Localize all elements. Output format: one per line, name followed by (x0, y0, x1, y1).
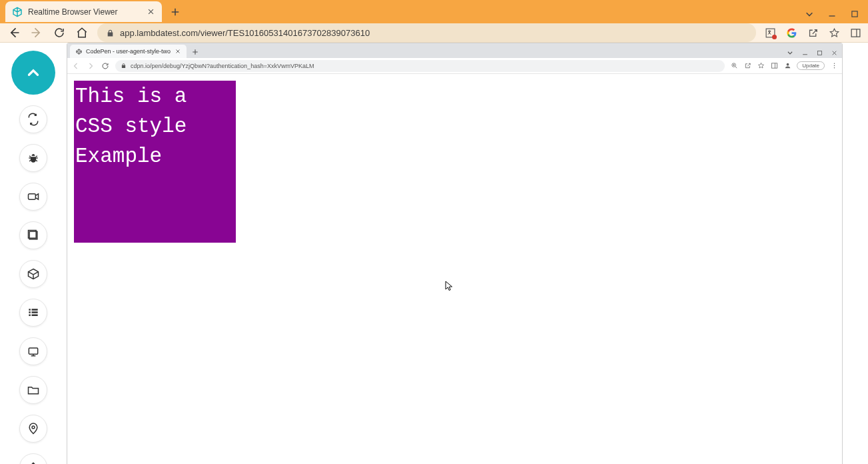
inner-back-button[interactable] (71, 61, 81, 71)
lambdatest-sidebar (0, 43, 67, 464)
location-button[interactable] (19, 415, 47, 443)
svg-rect-0 (852, 11, 857, 17)
update-button[interactable]: Update (797, 61, 825, 70)
inner-window-controls (786, 49, 842, 58)
home-button[interactable] (75, 25, 89, 40)
share-icon[interactable] (743, 62, 751, 70)
back-button[interactable] (7, 25, 21, 40)
svg-rect-6 (29, 348, 37, 354)
screenshot-button[interactable] (19, 221, 47, 249)
reload-button[interactable] (52, 25, 67, 40)
svg-rect-2 (851, 29, 860, 36)
record-button[interactable] (19, 183, 47, 211)
outer-toolbar-right (764, 27, 861, 39)
svg-rect-1 (766, 29, 775, 37)
svg-rect-3 (29, 194, 36, 199)
chevron-down-icon[interactable] (786, 49, 794, 57)
star-icon[interactable] (828, 27, 840, 39)
inner-browser-window: CodePen - user-agent-style-two (67, 43, 843, 464)
svg-rect-11 (771, 63, 777, 68)
translate-icon[interactable] (764, 27, 776, 39)
inner-tab-title: CodePen - user-agent-style-two (86, 48, 171, 55)
close-icon[interactable] (146, 7, 155, 17)
close-icon[interactable] (175, 48, 181, 55)
layout-button[interactable] (19, 299, 47, 327)
network-button[interactable] (19, 337, 47, 365)
inner-area: CodePen - user-agent-style-two (67, 43, 868, 464)
outer-url-text: app.lambdatest.com/viewer/TES10160531401… (120, 28, 370, 38)
outer-address-bar[interactable]: app.lambdatest.com/viewer/TES10160531401… (97, 23, 756, 42)
inner-address-bar[interactable]: cdpn.io/pen/debug/YzjQbwN?authentication… (115, 60, 725, 72)
css-example-box: This is a CSS style Example (74, 81, 236, 243)
collapse-sidebar-button[interactable] (11, 51, 55, 95)
minimize-icon[interactable] (801, 49, 809, 57)
share-icon[interactable] (807, 27, 819, 39)
forward-button[interactable] (29, 25, 44, 40)
profile-icon[interactable] (783, 62, 791, 70)
inner-tabbar: CodePen - user-agent-style-two (67, 43, 842, 58)
maximize-icon[interactable] (815, 49, 823, 57)
sidepanel-icon[interactable] (770, 62, 778, 70)
outer-window-controls (804, 9, 868, 23)
lambdatest-favicon-icon (12, 7, 23, 17)
inner-tab-active[interactable]: CodePen - user-agent-style-two (70, 45, 187, 58)
switch-button[interactable] (19, 105, 47, 133)
lock-icon (105, 28, 115, 37)
svg-point-13 (833, 63, 834, 64)
lock-icon (121, 63, 127, 69)
new-tab-button[interactable] (166, 3, 185, 21)
close-icon[interactable] (830, 49, 838, 57)
maximize-icon[interactable] (849, 9, 860, 19)
package-button[interactable] (19, 260, 47, 288)
menu-icon[interactable] (830, 62, 838, 70)
outer-titlebar: Realtime Browser Viewer (0, 0, 868, 23)
minimize-icon[interactable] (827, 9, 837, 19)
chevron-down-icon[interactable] (804, 9, 815, 19)
codepen-favicon-icon (75, 48, 82, 55)
svg-point-7 (32, 426, 35, 429)
svg-point-15 (833, 67, 834, 68)
inner-reload-button[interactable] (101, 61, 110, 71)
outer-toolbar: app.lambdatest.com/viewer/TES10160531401… (0, 23, 868, 43)
inner-new-tab-button[interactable] (189, 46, 201, 58)
svg-point-14 (833, 65, 834, 66)
upload-button[interactable] (19, 453, 47, 464)
google-icon[interactable] (785, 27, 797, 39)
outer-tab-active[interactable]: Realtime Browser Viewer (5, 1, 162, 22)
svg-point-12 (786, 63, 789, 66)
svg-rect-9 (817, 51, 821, 55)
inner-toolbar-right: Update (730, 61, 838, 70)
inner-viewport: This is a CSS style Example (67, 74, 842, 464)
outer-browser-window: Realtime Browser Viewer app.lambdatest.c… (0, 0, 868, 464)
star-icon[interactable] (757, 62, 765, 70)
inner-toolbar: cdpn.io/pen/debug/YzjQbwN?authentication… (67, 58, 842, 74)
outer-tab-title: Realtime Browser Viewer (28, 7, 141, 17)
inner-url-text: cdpn.io/pen/debug/YzjQbwN?authentication… (131, 63, 314, 69)
bug-button[interactable] (19, 144, 47, 172)
inner-forward-button[interactable] (86, 61, 95, 71)
outer-content: CodePen - user-agent-style-two (0, 43, 868, 464)
files-button[interactable] (19, 376, 47, 404)
outer-tabstrip: Realtime Browser Viewer (0, 0, 804, 23)
zoom-icon[interactable] (730, 62, 738, 70)
sidepanel-icon[interactable] (849, 27, 861, 39)
